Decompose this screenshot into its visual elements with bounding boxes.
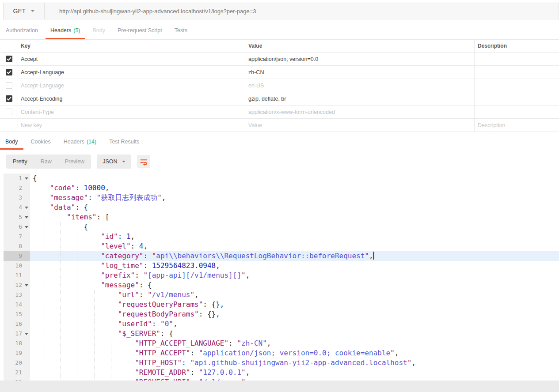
header-value-field[interactable]: application/x-www-form-urlencoded bbox=[245, 106, 475, 118]
indent-guide bbox=[94, 329, 95, 339]
token: : bbox=[139, 290, 148, 299]
indent-guide bbox=[43, 271, 43, 280]
token: " bbox=[241, 368, 246, 377]
view-pretty[interactable]: Pretty bbox=[6, 158, 34, 165]
header-key-field[interactable]: Accept-Language bbox=[18, 66, 245, 79]
format-label: JSON bbox=[103, 158, 117, 165]
token: , bbox=[162, 193, 166, 202]
indent-guide bbox=[77, 251, 77, 261]
header-value-field[interactable]: application/json; version=0.0 bbox=[245, 53, 475, 65]
token: "category" bbox=[101, 252, 143, 260]
indent-guide bbox=[77, 348, 77, 358]
line-number: 13 bbox=[15, 290, 22, 300]
new-value-field[interactable]: Value bbox=[245, 119, 475, 132]
indent-space bbox=[33, 300, 118, 309]
header-description-field[interactable] bbox=[475, 106, 559, 118]
header-description-field[interactable] bbox=[475, 53, 559, 65]
fold-arrow-icon[interactable] bbox=[25, 333, 28, 335]
header-checkbox[interactable] bbox=[6, 82, 12, 89]
header-key-field[interactable]: Accept bbox=[18, 53, 245, 65]
header-description-field[interactable] bbox=[475, 66, 559, 79]
header-row: Content-Typeapplication/x-www-form-urlen… bbox=[0, 106, 559, 119]
indent-space bbox=[33, 320, 118, 328]
indent-guide bbox=[43, 319, 43, 329]
fold-arrow-icon[interactable] bbox=[25, 226, 28, 228]
editor-bottom-scrollbar[interactable] bbox=[0, 381, 559, 392]
header-value-field[interactable]: zh-CN bbox=[245, 66, 475, 79]
code-content: "REMOTE_ADDR": "127.0.0.1", bbox=[30, 368, 559, 377]
text-cursor bbox=[373, 252, 374, 260]
indent-guide bbox=[60, 232, 61, 241]
indent-guide bbox=[43, 358, 43, 368]
method-dropdown[interactable]: GET bbox=[4, 3, 45, 19]
request-tab-tab-label: Headers bbox=[50, 27, 71, 34]
token: 1529564823.0948 bbox=[152, 261, 216, 270]
token: "requestBodyParams" bbox=[118, 310, 199, 318]
request-tabs: AuthorizationHeaders(5)BodyPre-request S… bbox=[1, 23, 195, 39]
response-tab-test-results[interactable]: Test Results bbox=[104, 135, 145, 150]
request-tab-pre-request-script[interactable]: Pre-request Script bbox=[113, 23, 167, 39]
header-checkbox[interactable] bbox=[6, 69, 12, 75]
indent-guide bbox=[60, 348, 61, 358]
line-number: 4 bbox=[19, 203, 22, 212]
token: application/json; version=0.0; cookie=en… bbox=[203, 349, 390, 357]
fold-arrow-icon[interactable] bbox=[25, 284, 28, 286]
header-value-field[interactable]: gzip, deflate, br bbox=[245, 92, 475, 105]
request-tab-body[interactable]: Body bbox=[88, 23, 110, 39]
indent-guide bbox=[60, 358, 61, 368]
url-input[interactable]: http://api.github-shuijingwan-yii2-app-a… bbox=[45, 8, 256, 15]
response-body-editor[interactable]: 1{2 "code": 10000,3 "message": "获取日志列表成功… bbox=[0, 172, 559, 381]
code-line: 13 "url": "/v1/menus", bbox=[4, 290, 559, 300]
code-line: 7 "id": 1, bbox=[4, 232, 559, 241]
new-key-field[interactable]: New key bbox=[18, 119, 245, 132]
header-checkbox[interactable] bbox=[6, 95, 12, 102]
request-tab-tab-label: Body bbox=[93, 27, 106, 34]
token: "HTTP_ACCEPT" bbox=[135, 349, 190, 357]
line-number: 1 bbox=[19, 173, 22, 183]
line-number: 16 bbox=[15, 319, 22, 329]
line-number-gutter: 13 bbox=[4, 290, 30, 300]
indent-guide bbox=[43, 241, 43, 251]
request-tab-authorization[interactable]: Authorization bbox=[1, 23, 43, 39]
header-key-field[interactable]: Accept-Language bbox=[18, 79, 245, 92]
indent-guide bbox=[77, 271, 77, 280]
fold-arrow-icon[interactable] bbox=[25, 216, 28, 219]
new-description-field[interactable]: Description bbox=[475, 119, 559, 132]
request-tab-tests[interactable]: Tests bbox=[170, 23, 192, 39]
token: , bbox=[105, 184, 110, 192]
indent-guide bbox=[43, 222, 43, 232]
response-tab-headers[interactable]: Headers(14) bbox=[58, 135, 102, 150]
wrap-text-button[interactable] bbox=[137, 155, 150, 168]
line-number: 17 bbox=[15, 329, 22, 339]
token: " bbox=[152, 252, 156, 260]
response-tab-body[interactable]: Body bbox=[0, 135, 23, 150]
header-description-field[interactable] bbox=[475, 79, 559, 92]
indent-guide bbox=[43, 339, 43, 348]
header-checkbox[interactable] bbox=[6, 56, 12, 62]
response-tab-tab-label: Test Results bbox=[109, 139, 139, 145]
response-tab-cookies[interactable]: Cookies bbox=[26, 135, 56, 150]
header-key-field[interactable]: Accept-Encoding bbox=[18, 92, 245, 105]
indent-space bbox=[33, 203, 50, 211]
token: " bbox=[148, 290, 152, 299]
view-preview[interactable]: Preview bbox=[58, 158, 91, 165]
header-checkbox[interactable] bbox=[6, 109, 12, 115]
format-dropdown[interactable]: JSON bbox=[97, 155, 131, 169]
indent-space bbox=[33, 184, 50, 192]
request-tab-tab-label: Tests bbox=[175, 27, 187, 34]
request-tab-headers[interactable]: Headers(5) bbox=[46, 23, 85, 39]
request-tab-tab-label: Pre-request Script bbox=[118, 27, 162, 34]
indent-space bbox=[33, 213, 67, 221]
indent-guide bbox=[43, 251, 43, 261]
token: : bbox=[131, 242, 139, 250]
line-number: 5 bbox=[19, 212, 22, 222]
indent-guide bbox=[111, 377, 111, 381]
fold-arrow-icon[interactable] bbox=[25, 207, 28, 209]
fold-arrow-icon[interactable] bbox=[25, 177, 28, 180]
header-value-field[interactable]: en-US bbox=[245, 79, 475, 92]
token: , bbox=[194, 290, 199, 299]
view-raw[interactable]: Raw bbox=[34, 158, 58, 165]
header-description-field[interactable] bbox=[475, 92, 559, 105]
header-key-field[interactable]: Content-Type bbox=[18, 106, 245, 118]
token: "data" bbox=[50, 203, 76, 211]
